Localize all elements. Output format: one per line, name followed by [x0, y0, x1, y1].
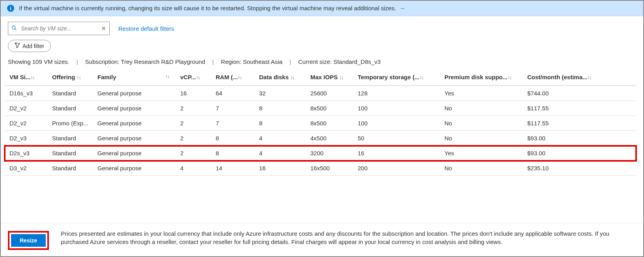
restore-filters-link[interactable]: Restore default filters — [118, 25, 174, 32]
cell-max_iops: 3200 — [306, 146, 354, 161]
col-offering[interactable]: Offering ↑↓ — [48, 71, 93, 86]
cell-cost: $235.10 — [523, 161, 636, 176]
col-vcpu[interactable]: vCP...↑↓ — [176, 71, 212, 86]
table-row[interactable]: D2_v2StandardGeneral purpose2788x500100N… — [5, 101, 636, 116]
table-row[interactable]: D16s_v3StandardGeneral purpose1664322560… — [5, 86, 636, 101]
cell-data_disks: 16 — [255, 161, 306, 176]
cell-max_iops: 8x500 — [306, 116, 354, 131]
cell-temp_storage: 128 — [354, 86, 441, 101]
cell-max_iops: 4x500 — [306, 131, 354, 146]
search-input[interactable] — [20, 25, 98, 32]
cell-cost: $117.55 — [523, 116, 636, 131]
status-line: Showing 109 VM sizes. | Subscription: Tr… — [1, 56, 643, 71]
col-vm-size[interactable]: VM Si...↑↓ — [5, 71, 48, 86]
cell-family: General purpose — [93, 131, 176, 146]
cell-vcpu: 2 — [176, 131, 212, 146]
table-row[interactable]: D3_v2StandardGeneral purpose4141616x5002… — [5, 161, 636, 176]
info-banner-text: If the virtual machine is currently runn… — [19, 5, 637, 12]
cell-premium: No — [441, 116, 523, 131]
cell-data_disks: 32 — [255, 86, 306, 101]
cell-temp_storage: 200 — [354, 161, 441, 176]
cell-vcpu: 16 — [176, 86, 212, 101]
cell-family: General purpose — [93, 161, 176, 176]
cell-premium: Yes — [441, 86, 523, 101]
svg-rect-1 — [10, 8, 11, 10]
col-family[interactable]: Family ↑↓ — [93, 71, 176, 86]
cell-ram: 7 — [212, 101, 255, 116]
cell-family: General purpose — [93, 146, 176, 161]
cell-offering: Standard — [48, 146, 93, 161]
cell-size: D3_v2 — [5, 161, 48, 176]
svg-line-4 — [15, 28, 17, 30]
info-icon — [7, 5, 14, 12]
cell-ram: 14 — [212, 161, 255, 176]
search-icon — [11, 25, 17, 32]
cell-family: General purpose — [93, 86, 176, 101]
cell-temp_storage: 100 — [354, 116, 441, 131]
cell-premium: No — [441, 161, 523, 176]
cell-size: D2s_v3 — [5, 146, 48, 161]
cell-ram: 7 — [212, 116, 255, 131]
cell-premium: No — [441, 101, 523, 116]
cell-size: D2_v3 — [5, 131, 48, 146]
resize-button[interactable]: Resize — [11, 234, 46, 247]
cell-offering: Standard — [48, 86, 93, 101]
search-input-container[interactable]: ✕ — [8, 22, 110, 35]
cell-ram: 8 — [212, 131, 255, 146]
cell-offering: Standard — [48, 101, 93, 116]
col-data-disks[interactable]: Data disks ↑↓ — [255, 71, 306, 86]
cell-max_iops: 16x500 — [306, 161, 354, 176]
vm-size-table-scroll[interactable]: VM Si...↑↓ Offering ↑↓ Family ↑↓ vCP...↑… — [1, 71, 643, 223]
pricing-disclaimer: Prices presented are estimates in your l… — [61, 229, 636, 246]
cell-temp_storage: 50 — [354, 131, 441, 146]
svg-rect-2 — [10, 7, 11, 7]
col-premium[interactable]: Premium disk suppo...↑↓ — [441, 71, 523, 86]
cell-size: D2_v2 — [5, 116, 48, 131]
cell-temp_storage: 16 — [354, 146, 441, 161]
cell-family: General purpose — [93, 116, 176, 131]
info-banner: If the virtual machine is currently runn… — [1, 1, 643, 16]
table-row[interactable]: D2_v3StandardGeneral purpose2844x50050No… — [5, 131, 636, 146]
table-row[interactable]: D2s_v3StandardGeneral purpose284320016Ye… — [5, 146, 636, 161]
col-cost[interactable]: Cost/month (estima...↑↓ — [523, 71, 636, 86]
cell-offering: Standard — [48, 131, 93, 146]
cell-data_disks: 4 — [255, 131, 306, 146]
cell-premium: Yes — [441, 146, 523, 161]
cell-vcpu: 4 — [176, 161, 212, 176]
cell-family: General purpose — [93, 101, 176, 116]
cell-data_disks: 4 — [255, 146, 306, 161]
add-filter-label: Add filter — [22, 43, 44, 49]
cell-data_disks: 8 — [255, 101, 306, 116]
cell-ram: 64 — [212, 86, 255, 101]
vm-size-table: VM Si...↑↓ Offering ↑↓ Family ↑↓ vCP...↑… — [5, 71, 636, 176]
clear-icon[interactable]: ✕ — [101, 25, 106, 32]
status-current-size: Current size: Standard_D8s_v3 — [298, 58, 381, 65]
svg-point-3 — [12, 26, 15, 29]
cell-offering: Promo (Exp... — [48, 116, 93, 131]
cell-vcpu: 2 — [176, 146, 212, 161]
col-ram[interactable]: RAM (...↑↓ — [212, 71, 255, 86]
cell-vcpu: 2 — [176, 101, 212, 116]
arrow-right-icon[interactable]: → — [399, 5, 405, 11]
cell-cost: $744.00 — [523, 86, 636, 101]
cell-max_iops: 8x500 — [306, 101, 354, 116]
add-filter-icon — [15, 43, 20, 49]
add-filter-button[interactable]: Add filter — [8, 40, 51, 52]
status-subscription: Subscription: Trey Research R&D Playgrou… — [85, 58, 205, 65]
col-temp-storage[interactable]: Temporary storage (...↑↓ — [354, 71, 441, 86]
cell-temp_storage: 100 — [354, 101, 441, 116]
cell-size: D16s_v3 — [5, 86, 48, 101]
cell-vcpu: 2 — [176, 116, 212, 131]
status-region: Region: Southeast Asia — [221, 58, 282, 65]
cell-data_disks: 8 — [255, 116, 306, 131]
cell-cost: $93.00 — [523, 146, 636, 161]
resize-highlight: Resize — [8, 231, 49, 250]
table-row[interactable]: D2_v2Promo (Exp...General purpose2788x50… — [5, 116, 636, 131]
col-max-iops[interactable]: Max IOPS ↑↓ — [306, 71, 354, 86]
cell-cost: $93.00 — [523, 131, 636, 146]
cell-offering: Standard — [48, 161, 93, 176]
cell-premium: No — [441, 131, 523, 146]
cell-cost: $117.55 — [523, 101, 636, 116]
cell-max_iops: 25600 — [306, 86, 354, 101]
cell-size: D2_v2 — [5, 101, 48, 116]
